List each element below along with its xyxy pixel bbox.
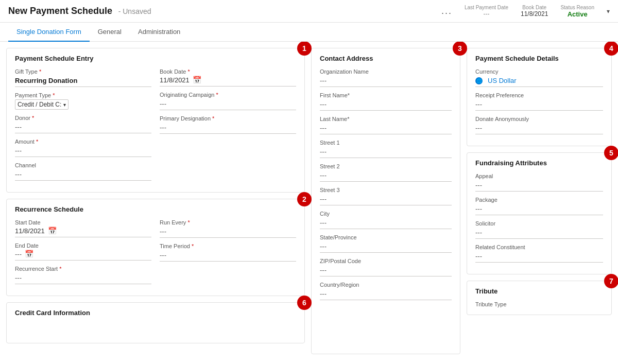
time-period-label: Time Period [160, 243, 296, 249]
last-name-field: Last Name* --- [320, 116, 452, 134]
primary-designation-value: --- [160, 123, 296, 134]
header-title-area: New Payment Schedule - Unsaved [8, 6, 151, 16]
currency-field: Currency 🌐 US Dollar [475, 68, 603, 87]
time-period-field: Time Period --- [160, 243, 296, 262]
primary-designation-label: Primary Designation [160, 115, 296, 122]
pse-right: Book Date 11/8/2021 📅 Originating Campai… [160, 68, 296, 186]
contact-address-card: 3 Contact Address Organization Name --- … [311, 48, 460, 354]
unsaved-label: - Unsaved [118, 7, 151, 15]
tribute-title: Tribute [475, 287, 603, 295]
last-name-value: --- [320, 123, 452, 134]
street1-field: Street 1 --- [320, 140, 452, 158]
book-date-field: Book Date 11/8/2021 📅 [160, 68, 296, 86]
state-label: State/Province [320, 234, 452, 240]
donate-anon-label: Donate Anonymously [475, 116, 603, 122]
zip-value: --- [320, 265, 452, 276]
book-date-calendar-icon[interactable]: 📅 [193, 76, 201, 84]
badge-6: 6 [297, 296, 312, 310]
end-date-field: End Date --- 📅 [15, 242, 151, 261]
state-value: --- [320, 241, 452, 253]
payment-type-field: Payment Type Credit / Debit C: ▾ [15, 92, 151, 110]
orig-campaign-value: --- [160, 99, 296, 110]
package-field: Package --- [475, 197, 603, 215]
orig-campaign-label: Originating Campaign [160, 92, 296, 98]
appeal-field: Appeal --- [475, 173, 603, 192]
tab-general[interactable]: General [90, 23, 130, 42]
status-chevron[interactable]: ▾ [607, 8, 610, 15]
street3-field: Street 3 --- [320, 187, 452, 205]
currency-value: 🌐 US Dollar [475, 76, 603, 87]
tab-single-donation[interactable]: Single Donation Form [8, 23, 90, 42]
payment-schedule-entry-card: 1 Payment Schedule Entry Gift Type Recur… [6, 48, 305, 193]
run-every-field: Run Every --- [160, 219, 296, 238]
primary-designation-field: Primary Designation --- [160, 115, 296, 134]
channel-field: Channel --- [15, 162, 151, 181]
payment-type-label: Payment Type [15, 92, 151, 98]
currency-value-text: US Dollar [488, 77, 517, 84]
book-date-label: Book Date [522, 5, 546, 10]
solicitor-label: Solicitor [475, 220, 603, 227]
last-payment-label: Last Payment Date [465, 5, 508, 10]
receipt-pref-value: --- [475, 99, 603, 111]
fa-title: Fundraising Attributes [475, 159, 603, 167]
amount-label: Amount [15, 138, 151, 145]
tab-administration[interactable]: Administration [130, 23, 188, 42]
donate-anon-field: Donate Anonymously --- [475, 116, 603, 134]
appeal-label: Appeal [475, 173, 603, 179]
solicitor-value: --- [475, 228, 603, 239]
street2-value: --- [320, 170, 452, 182]
zip-field: ZIP/Postal Code --- [320, 258, 452, 276]
nav-tabs: Single Donation Form General Administrat… [0, 23, 618, 42]
channel-label: Channel [15, 162, 151, 168]
city-field: City --- [320, 211, 452, 229]
header-right-area: ... Last Payment Date --- Book Date 11/8… [441, 5, 610, 18]
time-period-value: --- [160, 250, 296, 262]
main-content: 1 Payment Schedule Entry Gift Type Recur… [0, 42, 618, 360]
globe-icon: 🌐 [475, 77, 483, 84]
end-date-label: End Date [15, 242, 151, 249]
rs-right: Run Every --- Time Period --- [160, 219, 296, 289]
badge-1: 1 [297, 42, 312, 56]
credit-card-card: 6 Credit Card Information [6, 302, 305, 343]
first-name-label: First Name* [320, 92, 452, 98]
end-date-calendar-icon[interactable]: 📅 [25, 250, 33, 258]
related-constituent-field: Related Constituent --- [475, 244, 603, 263]
status-reason-label: Status Reason [560, 5, 594, 10]
payment-type-select-value: Credit / Debit C: [18, 101, 61, 108]
package-value: --- [475, 204, 603, 215]
first-name-value: --- [320, 99, 452, 111]
end-date-value: --- [15, 250, 22, 258]
pse-left: Gift Type Recurring Donation Payment Typ… [15, 68, 151, 186]
badge-3: 3 [453, 42, 467, 56]
recurrence-start-label: Recurrence Start [15, 266, 151, 272]
tribute-type-label: Tribute Type [475, 301, 603, 307]
country-label: Country/Region [320, 282, 452, 288]
payment-schedule-details-card: 4 Payment Schedule Details Currency 🌐 US… [467, 48, 612, 146]
city-label: City [320, 211, 452, 217]
street1-value: --- [320, 147, 452, 158]
book-date-meta: Book Date 11/8/2021 [521, 5, 548, 18]
badge-7: 7 [604, 274, 618, 288]
book-date-entry-value: 11/8/2021 [160, 76, 190, 84]
receipt-pref-label: Receipt Preference [475, 92, 603, 98]
recurrence-schedule-title: Recurrence Schedule [15, 205, 296, 213]
amount-field: Amount --- [15, 138, 151, 157]
meta-dots: ... [441, 6, 452, 16]
start-date-calendar-icon[interactable]: 📅 [48, 227, 57, 235]
amount-value: --- [15, 146, 151, 157]
right-column: 4 Payment Schedule Details Currency 🌐 US… [467, 48, 612, 354]
book-date-entry-wrapper: 11/8/2021 📅 [160, 76, 296, 86]
recurrence-schedule-card: 2 Recurrence Schedule Start Date 11/8/20… [6, 199, 305, 296]
org-name-label: Organization Name [320, 68, 452, 75]
start-date-label: Start Date [15, 219, 151, 226]
state-field: State/Province --- [320, 234, 452, 253]
status-value: Active [568, 10, 588, 18]
payment-type-select-wrapper[interactable]: Credit / Debit C: ▾ [15, 99, 68, 110]
psd-title: Payment Schedule Details [475, 55, 603, 62]
country-field: Country/Region --- [320, 282, 452, 300]
end-date-wrapper: --- 📅 [15, 250, 151, 261]
appeal-value: --- [475, 180, 603, 192]
last-payment-value: --- [483, 10, 489, 18]
gift-type-field: Gift Type Recurring Donation [15, 68, 151, 87]
org-name-value: --- [320, 76, 452, 87]
